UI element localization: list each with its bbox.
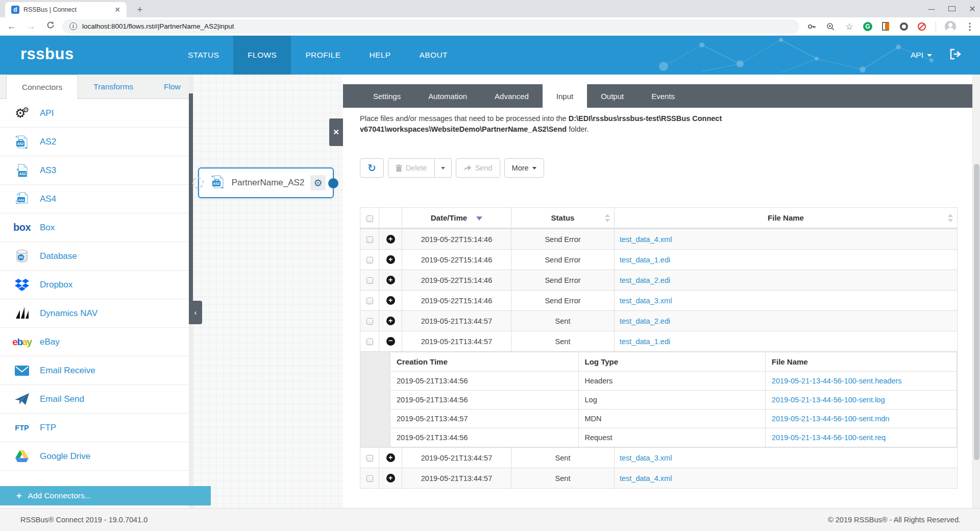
extension-door-icon[interactable] — [881, 21, 891, 32]
new-tab-button[interactable]: + — [134, 4, 146, 16]
bookmark-star-icon[interactable]: ☆ — [844, 21, 854, 32]
connector-item-api[interactable]: ⚙⚙ API — [0, 99, 189, 128]
tab-input[interactable]: Input — [543, 81, 587, 111]
more-button[interactable]: More — [504, 158, 544, 178]
nav-item-status[interactable]: STATUS — [174, 36, 233, 75]
row-checkbox[interactable] — [366, 257, 373, 263]
file-link[interactable]: test_data_1.edi — [620, 337, 670, 346]
rssbus-favicon-icon: d — [11, 6, 19, 14]
file-link[interactable]: test_data_3.xml — [620, 454, 672, 462]
row-status: Send Error — [511, 250, 615, 270]
nav-item-flows[interactable]: FLOWS — [233, 36, 291, 75]
log-file-link[interactable]: 2019-05-21-13-44-56-100-sent.headers — [772, 377, 902, 385]
reload-button[interactable] — [43, 21, 58, 32]
connector-item-email-receive[interactable]: Email Receive — [0, 356, 189, 385]
sidebar-tab-connectors[interactable]: Connectors — [6, 75, 78, 99]
delete-dropdown-button[interactable] — [434, 158, 452, 178]
tab-output[interactable]: Output — [587, 84, 638, 108]
row-checkbox[interactable] — [366, 318, 373, 325]
grammarly-extension-icon[interactable]: G — [863, 22, 872, 31]
expand-row-icon[interactable] — [386, 453, 395, 462]
url-field[interactable]: i localhost:8001/flows.rst#|PartnerName_… — [62, 19, 799, 34]
node-output-port[interactable] — [328, 178, 338, 188]
window-close-button[interactable]: ✕ — [969, 4, 976, 14]
connector-item-google-drive[interactable]: Google Drive — [0, 442, 189, 471]
logout-button[interactable] — [949, 49, 962, 62]
window-minimize-button[interactable]: — — [928, 5, 935, 13]
connector-item-box[interactable]: box Box — [0, 213, 189, 242]
select-all-checkbox[interactable] — [366, 215, 373, 222]
chrome-menu-icon[interactable]: ⋮ — [965, 21, 975, 32]
connector-item-as4[interactable]: AS4 AS4 — [0, 185, 189, 213]
row-checkbox[interactable] — [366, 236, 373, 243]
status-column-header[interactable]: Status — [511, 208, 615, 229]
file-link[interactable]: test_data_2.edi — [620, 276, 670, 284]
expand-row-icon[interactable] — [386, 276, 395, 284]
collapse-row-icon[interactable] — [386, 337, 395, 346]
nav-item-about[interactable]: ABOUT — [405, 36, 462, 75]
datetime-column-header[interactable]: Date/Time — [402, 208, 511, 229]
tab-automation[interactable]: Automation — [414, 84, 481, 108]
log-file-link[interactable]: 2019-05-21-13-44-56-100-sent.log — [772, 396, 885, 404]
file-link[interactable]: test_data_4.xml — [620, 235, 672, 244]
expand-row-icon[interactable] — [386, 235, 395, 244]
connector-item-as3[interactable]: «AS3 AS3 — [0, 156, 189, 185]
sidebar-splitter[interactable] — [189, 75, 193, 508]
expand-row-icon[interactable] — [386, 255, 395, 264]
connector-item-ebay[interactable]: ebay eBay — [0, 328, 189, 356]
send-button[interactable]: Send — [456, 158, 500, 178]
refresh-button[interactable]: ↻ — [360, 158, 384, 178]
extension-o-icon[interactable] — [900, 22, 908, 31]
connector-item-database[interactable]: DB Database — [0, 242, 189, 271]
profile-avatar[interactable] — [945, 21, 956, 32]
node-input-port[interactable] — [192, 177, 204, 188]
row-checkbox[interactable] — [366, 475, 373, 482]
back-button[interactable]: ← — [4, 21, 19, 32]
api-dropdown[interactable]: API — [911, 51, 932, 60]
adblock-extension-icon[interactable] — [917, 21, 927, 32]
file-link[interactable]: test_data_3.xml — [620, 297, 672, 305]
tab-advanced[interactable]: Advanced — [481, 84, 543, 108]
sidebar-collapse-handle[interactable]: ‹ — [189, 301, 202, 324]
row-checkbox[interactable] — [366, 455, 373, 462]
browser-tab[interactable]: d RSSBus | Connect ✕ — [5, 2, 127, 17]
row-checkbox[interactable] — [366, 277, 373, 284]
tab-settings[interactable]: Settings — [359, 84, 414, 108]
delete-button[interactable]: Delete — [388, 158, 435, 178]
row-checkbox[interactable] — [366, 298, 373, 304]
connector-item-dynamics-nav[interactable]: Dynamics NAV — [0, 299, 189, 328]
page-info-icon[interactable]: i — [69, 22, 77, 30]
log-file-link[interactable]: 2019-05-21-13-44-56-100-sent.mdn — [772, 415, 890, 423]
panel-scrollbar-track[interactable] — [972, 75, 980, 508]
password-key-icon[interactable] — [806, 21, 817, 32]
expand-row-icon[interactable] — [386, 296, 395, 305]
tab-events[interactable]: Events — [638, 84, 689, 108]
file-link[interactable]: test_data_1.edi — [620, 256, 670, 264]
connector-item-dropbox[interactable]: Dropbox — [0, 271, 189, 299]
sidebar-tab-transforms[interactable]: Transforms — [78, 75, 149, 99]
add-connectors-button[interactable]: + Add Connectors... — [0, 486, 211, 505]
zoom-page-icon[interactable] — [825, 21, 836, 32]
forward-button[interactable]: → — [23, 21, 39, 32]
file-link[interactable]: test_data_4.xml — [620, 474, 672, 482]
row-checkbox[interactable] — [366, 339, 373, 345]
flow-node-partnername-as2[interactable]: AS2»« PartnerName_AS2 ⚙ — [198, 167, 334, 198]
close-panel-button[interactable]: ✕ — [329, 118, 343, 146]
panel-tab-bar: Settings Automation Advanced Input Outpu… — [343, 84, 980, 108]
window-maximize-button[interactable] — [948, 5, 955, 13]
svg-text:»: » — [15, 134, 18, 139]
connector-item-ftp[interactable]: FTP FTP — [0, 414, 189, 442]
tab-close-icon[interactable]: ✕ — [112, 6, 122, 14]
log-file-link[interactable]: 2019-05-21-13-44-56-100-sent.req — [772, 433, 886, 442]
expand-row-icon[interactable] — [386, 317, 395, 325]
node-settings-gear-icon[interactable]: ⚙ — [310, 175, 326, 190]
expand-row-icon[interactable] — [386, 474, 395, 482]
panel-scrollbar-thumb[interactable] — [974, 164, 979, 460]
filename-column-header[interactable]: File Name — [615, 208, 958, 229]
connector-item-as2[interactable]: AS2»« AS2 — [0, 128, 189, 156]
nav-item-profile[interactable]: PROFILE — [291, 36, 355, 75]
select-all-header[interactable] — [360, 208, 379, 229]
connector-item-email-send[interactable]: Email Send — [0, 385, 189, 414]
file-link[interactable]: test_data_2.edi — [620, 317, 670, 325]
nav-item-help[interactable]: HELP — [355, 36, 405, 75]
